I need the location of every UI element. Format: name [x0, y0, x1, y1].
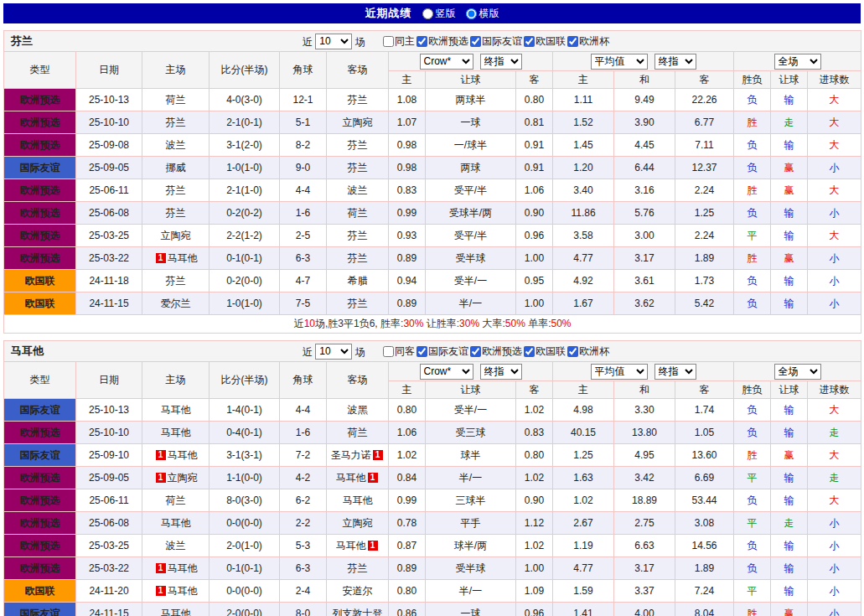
column-subheader: 客: [516, 71, 553, 89]
corner-cell: 4-4: [280, 399, 327, 422]
goals-cell: 大: [808, 111, 861, 134]
home-team: 芬兰: [142, 270, 210, 292]
checkbox-input-国际友谊[interactable]: [416, 346, 427, 357]
avg-home-cell: 40.15: [553, 422, 614, 444]
corner-cell: 2-5: [280, 225, 327, 247]
odds-home-cell: 0.84: [389, 467, 426, 489]
handicap-result-cell: 输: [771, 422, 808, 444]
avg-away-cell: 8.04: [675, 603, 734, 616]
date-cell: 25-09-05: [76, 467, 142, 489]
final-odds-select-1[interactable]: 终指: [480, 54, 522, 70]
filter-checkbox-国际友谊[interactable]: 国际友谊: [416, 344, 468, 359]
score-cell: 8-0(3-0): [210, 489, 280, 512]
bookmaker-select[interactable]: Crow*: [420, 364, 473, 380]
filter-checkbox-欧洲杯[interactable]: 欧洲杯: [567, 344, 609, 359]
result-cell: 负: [734, 557, 771, 580]
bookmaker-select[interactable]: Crow*: [420, 54, 473, 70]
score-cell: 0-1(0-1): [210, 247, 280, 270]
away-team: 安道尔: [327, 580, 389, 603]
goals-cell: 走: [808, 422, 861, 444]
filter-checkbox-欧洲预选[interactable]: 欧洲预选: [470, 344, 522, 359]
filter-checkbox-欧国联[interactable]: 欧国联: [524, 344, 566, 359]
horizontal-radio-input[interactable]: [466, 8, 477, 19]
final-odds-select-2[interactable]: 终指: [654, 364, 696, 380]
page-title: 近期战绩: [365, 6, 412, 21]
final-odds-select-1[interactable]: 终指: [480, 364, 522, 380]
scope-select[interactable]: 全场: [774, 54, 821, 70]
match-count-control: 近 10 场: [303, 344, 383, 360]
away-team: 芬兰: [327, 557, 389, 580]
odds-away-cell: 1.12: [516, 512, 553, 535]
result-cell: 负: [734, 535, 771, 557]
type-badge: 欧洲预选: [4, 134, 76, 157]
odds-away-cell: 0.83: [516, 422, 553, 444]
handicap-cell: 半/一: [426, 292, 516, 315]
match-row: 欧洲预选25-10-13荷兰4-0(3-0)12-1芬兰1.08两球半0.801…: [4, 89, 861, 111]
date-cell: 25-09-08: [76, 134, 142, 157]
odds-home-cell: 0.86: [389, 603, 426, 616]
column-subheader: 让球: [426, 381, 516, 399]
avg-home-cell: 1.20: [553, 157, 614, 179]
match-count-select[interactable]: 10: [315, 344, 352, 360]
checkbox-input-欧洲杯[interactable]: [567, 346, 578, 357]
column-subheader: 让球: [426, 71, 516, 89]
date-cell: 25-06-08: [76, 202, 142, 225]
column-subheader: 主: [389, 381, 426, 399]
goals-cell: 小: [808, 512, 861, 535]
layout-radio-horizontal[interactable]: 横版: [466, 7, 499, 21]
average-select[interactable]: 平均值: [591, 364, 648, 380]
handicap-result-cell: 输: [771, 292, 808, 315]
date-cell: 25-10-13: [76, 89, 142, 111]
filter-checkbox-同客[interactable]: 同客: [383, 344, 415, 359]
odds-away-cell: 1.06: [516, 179, 553, 202]
match-count-select[interactable]: 10: [315, 34, 352, 49]
odds-away-cell: 0.96: [516, 603, 553, 616]
handicap-result-cell: 输: [771, 489, 808, 512]
type-badge: 欧洲预选: [4, 89, 76, 111]
type-badge: 欧洲预选: [4, 202, 76, 225]
checkbox-input-欧国联[interactable]: [524, 36, 535, 47]
odds-home-cell: 0.78: [389, 512, 426, 535]
result-cell: 负: [734, 489, 771, 512]
filter-checkbox-同主[interactable]: 同主: [383, 34, 415, 49]
scope-select[interactable]: 全场: [774, 364, 821, 380]
away-team: 荷兰: [327, 422, 389, 444]
layout-radio-vertical[interactable]: 竖版: [422, 7, 456, 21]
filter-checkbox-欧洲杯[interactable]: 欧洲杯: [567, 34, 609, 49]
handicap-cell: 一球: [426, 111, 516, 134]
type-badge: 欧国联: [4, 580, 76, 603]
avg-draw-cell: 4.95: [614, 444, 675, 467]
checkbox-input-欧洲预选[interactable]: [416, 36, 427, 47]
column-header: 主场: [142, 362, 210, 399]
checkbox-input-同客[interactable]: [383, 346, 394, 357]
column-header: 客场: [327, 52, 389, 89]
avg-home-cell: 1.45: [553, 134, 614, 157]
vertical-radio-input[interactable]: [422, 8, 433, 19]
checkbox-input-欧国联[interactable]: [524, 346, 535, 357]
column-header: 类型: [4, 362, 76, 399]
handicap-cell: 球半/两: [426, 535, 516, 557]
checkbox-input-同主[interactable]: [383, 36, 394, 47]
date-cell: 25-10-13: [76, 399, 142, 422]
away-team: 波黑: [327, 399, 389, 422]
handicap-result-cell: 输: [771, 399, 808, 422]
filter-checkbox-国际友谊[interactable]: 国际友谊: [470, 34, 522, 49]
checkbox-input-欧洲杯[interactable]: [567, 36, 578, 47]
column-subheader: 客: [675, 381, 734, 399]
filter-checkbox-欧洲预选[interactable]: 欧洲预选: [416, 34, 468, 49]
column-subheader: 主: [553, 71, 614, 89]
final-odds-select-2[interactable]: 终指: [654, 54, 696, 70]
average-select[interactable]: 平均值: [591, 54, 648, 70]
away-team: 芬兰: [327, 225, 389, 247]
type-badge: 国际友谊: [4, 157, 76, 179]
home-team: 1马耳他: [142, 557, 210, 580]
filter-checkbox-欧国联[interactable]: 欧国联: [524, 34, 566, 49]
checkbox-input-欧洲预选[interactable]: [470, 346, 481, 357]
result-cell: 平: [734, 467, 771, 489]
match-row: 欧洲预选25-09-08波兰3-1(2-0)8-2芬兰0.98一/球半0.911…: [4, 134, 861, 157]
date-cell: 25-09-05: [76, 157, 142, 179]
odds-away-cell: 1.09: [516, 580, 553, 603]
corner-cell: 8-2: [280, 134, 327, 157]
checkbox-input-国际友谊[interactable]: [470, 36, 481, 47]
score-cell: 2-2(1-2): [210, 225, 280, 247]
